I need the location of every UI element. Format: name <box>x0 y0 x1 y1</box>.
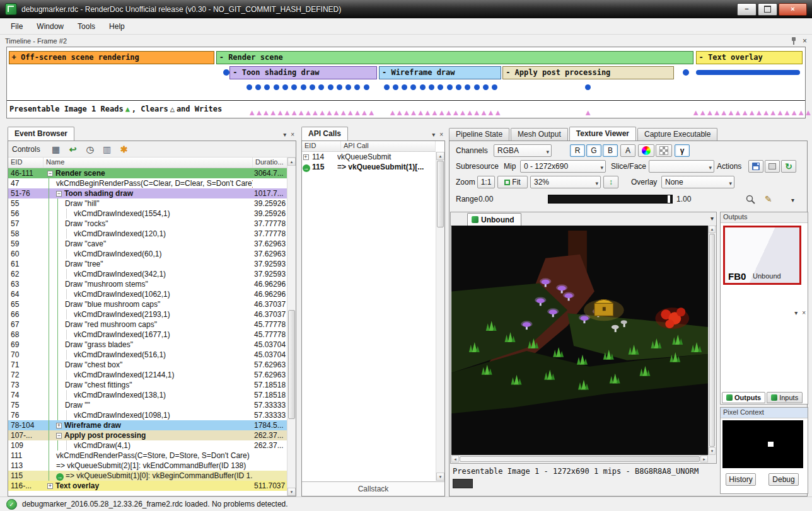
drawcall-dot[interactable] <box>683 69 689 76</box>
range-slider[interactable] <box>548 195 673 204</box>
event-row[interactable]: 116-...+Text overlay511.7037 <box>8 481 287 491</box>
tab-mesh-output[interactable]: Mesh Output <box>511 128 568 141</box>
texture-vertical-scrollbar[interactable]: ▴ ▾ <box>708 226 716 455</box>
event-row[interactable]: 59Draw "cave"37.62963 <box>8 239 287 249</box>
tab-event-browser[interactable]: Event Browser <box>8 127 74 141</box>
open-external-button[interactable] <box>765 160 780 173</box>
event-row[interactable]: 115→=> vkQueueSubmit(1)[0]: vkBeginComma… <box>8 471 287 481</box>
event-row[interactable]: 67Draw "red mushroom caps"45.77778 <box>8 319 287 330</box>
event-row[interactable]: 58vkCmdDrawIndexed(120,1)37.77778 <box>8 229 287 239</box>
expand-toggle-icon[interactable]: − <box>56 433 62 439</box>
scrollbar-thumb[interactable] <box>288 310 295 420</box>
panel-close-icon[interactable]: × <box>291 131 294 138</box>
expand-toggle-icon[interactable]: + <box>56 423 62 428</box>
drawcall-dot[interactable] <box>223 69 229 76</box>
event-row[interactable]: 47vkCmdBeginRenderPass(C=Clear, D=Clear,… <box>8 178 287 188</box>
event-row[interactable]: 72vkCmdDrawIndexed(12144,1)57.62963 <box>8 370 287 380</box>
channel-red-button[interactable]: R <box>570 144 585 157</box>
callstack-section[interactable]: Callstack <box>302 481 444 496</box>
output-fb0-thumbnail[interactable]: FB0 Unbound <box>723 226 801 285</box>
drawcall-dot[interactable] <box>318 84 324 90</box>
event-row[interactable]: 113=> vkQueueSubmit(2)[1]: vkEndCommandB… <box>8 461 287 471</box>
event-row[interactable]: 75Draw ""57.33333 <box>8 400 287 410</box>
drawcall-dot[interactable] <box>483 84 489 90</box>
event-row[interactable]: 61Draw "tree"37.92593 <box>8 259 287 269</box>
gamma-button[interactable]: γ <box>675 144 690 157</box>
menu-item-window[interactable]: Window <box>30 20 71 33</box>
time-durations-icon[interactable]: ◷ <box>84 143 96 156</box>
column-eid[interactable]: EID <box>302 141 341 151</box>
panel-close-icon[interactable]: × <box>802 309 806 316</box>
drawcall-dot[interactable] <box>585 84 591 90</box>
channels-select[interactable]: RGBA ▾ <box>494 144 552 157</box>
api-row[interactable]: →115=> vkQueueSubmit(1)[... <box>302 162 436 172</box>
drawcall-dot[interactable] <box>438 84 443 90</box>
expand-toggle-icon[interactable]: − <box>47 171 53 176</box>
drawcall-dot[interactable] <box>354 84 360 90</box>
drawcall-dot[interactable] <box>393 84 398 90</box>
scrollbar-thumb[interactable] <box>709 234 715 447</box>
panel-dropdown-icon[interactable]: ▾ <box>432 131 435 138</box>
timeline-section-bar[interactable]: - Wireframe draw <box>379 66 501 79</box>
texture-horizontal-scrollbar[interactable]: ◂ ▸ <box>451 455 708 462</box>
timeline-section-bar[interactable]: + Off-screen scene rendering <box>9 51 215 64</box>
timeline-section-bar[interactable]: - Text overlay <box>696 51 803 64</box>
jump-to-event-icon[interactable]: ↩ <box>67 143 79 156</box>
mip-select[interactable]: 0 - 1272x690 ▾ <box>520 160 606 173</box>
event-row[interactable]: 78-104+Wireframe draw1784.5... <box>8 420 287 430</box>
scroll-down-icon[interactable]: ▾ <box>436 473 444 481</box>
title-bar[interactable]: debugmarker.rdc - RenderDoc Unofficial r… <box>0 0 812 18</box>
tab-texture-viewer[interactable]: Texture Viewer <box>569 127 636 141</box>
drawcall-dot[interactable] <box>364 84 369 90</box>
scroll-up-icon[interactable]: ▴ <box>287 158 296 166</box>
close-button[interactable]: × <box>779 3 807 16</box>
drawcall-dot[interactable] <box>337 84 342 90</box>
timeline-section-bar[interactable]: - Toon shading draw <box>229 66 377 79</box>
event-row[interactable]: 69Draw "grass blades"45.03704 <box>8 340 287 350</box>
event-row[interactable]: 68vkCmdDrawIndexed(1677,1)45.77778 <box>8 330 287 340</box>
zoom-select[interactable]: 32% ▾ <box>530 176 601 188</box>
drawcall-dot[interactable] <box>420 84 426 90</box>
statistics-icon[interactable]: ▥ <box>101 143 113 156</box>
event-row[interactable]: 74vkCmdDrawIndexed(138,1)57.18518 <box>8 390 287 400</box>
channel-blue-button[interactable]: B <box>603 144 618 157</box>
panel-dropdown-icon[interactable]: ▾ <box>283 131 286 138</box>
texture-image[interactable] <box>451 226 708 455</box>
event-row[interactable]: 51-76−Toon shading draw1017.7... <box>8 188 287 198</box>
zoom-1to1-button[interactable]: 1:1 <box>477 176 495 188</box>
drawcall-dot[interactable] <box>291 84 297 90</box>
event-row[interactable]: 111vkCmdEndRenderPass(C=Store, D=Store, … <box>8 451 287 461</box>
drawcall-dot[interactable] <box>246 84 252 90</box>
drawcall-dot[interactable] <box>384 84 390 90</box>
zoom-range-button[interactable] <box>746 195 756 207</box>
drawcall-dot[interactable] <box>465 84 470 90</box>
column-name[interactable]: Name <box>44 158 253 168</box>
slice-face-select[interactable]: ▾ <box>649 160 714 173</box>
background-button[interactable] <box>656 144 672 157</box>
scroll-left-icon[interactable]: ◂ <box>451 456 459 462</box>
drawcall-dot[interactable] <box>410 84 416 90</box>
drawcall-dot[interactable] <box>402 84 407 90</box>
drawcall-dot[interactable] <box>274 84 279 90</box>
event-row[interactable]: 55Draw "hill"39.25926 <box>8 198 287 209</box>
pin-icon[interactable] <box>790 37 798 45</box>
drawcall-dot[interactable] <box>255 84 261 90</box>
autofit-wand-icon[interactable]: ✎ <box>765 193 772 205</box>
drawcall-dot[interactable] <box>310 84 315 90</box>
event-row[interactable]: 66vkCmdDrawIndexed(2193,1)46.37037 <box>8 309 287 319</box>
event-row[interactable]: 46-111−Render scene3064.7... <box>8 168 287 178</box>
submit-bar[interactable] <box>696 70 801 75</box>
api-calls-scrollbar[interactable]: ▴ ▾ <box>436 152 444 481</box>
tab-api-calls[interactable]: API Calls <box>301 127 348 141</box>
drawcall-dot[interactable] <box>264 84 270 90</box>
event-browser-scrollbar[interactable]: ▴ ▾ <box>287 158 296 496</box>
drawcall-dot[interactable] <box>456 84 461 90</box>
column-api-call[interactable]: API Call <box>341 141 436 151</box>
event-row[interactable]: 109vkCmdDraw(4,1)262.37... <box>8 440 287 451</box>
expand-toggle-icon[interactable]: + <box>303 154 309 160</box>
timeline-section-bar[interactable]: - Apply post processing <box>502 66 674 79</box>
scroll-up-icon[interactable]: ▴ <box>436 152 444 160</box>
write-marker-triangle[interactable]: ▲ <box>584 108 592 117</box>
event-row[interactable]: 76vkCmdDrawIndexed(1098,1)57.33333 <box>8 410 287 420</box>
event-row[interactable]: 57Draw "rocks"37.77778 <box>8 219 287 229</box>
